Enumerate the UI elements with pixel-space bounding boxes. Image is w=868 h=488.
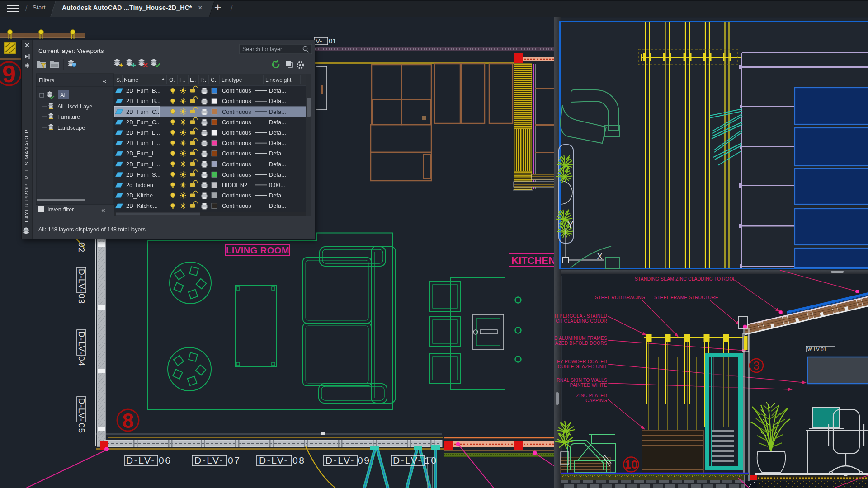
svg-text:Continuous: Continuous (222, 87, 251, 94)
svg-text:All: All (60, 92, 67, 99)
svg-text:2D_Furn_C...: 2D_Furn_C... (126, 119, 161, 126)
svg-text:Continuous: Continuous (222, 171, 251, 178)
svg-text:Defa...: Defa... (269, 150, 286, 157)
svg-text:Defa...: Defa... (269, 129, 286, 136)
svg-text:2D_Furn_B...: 2D_Furn_B... (126, 98, 160, 104)
svg-text:Continuous: Continuous (222, 119, 251, 126)
svg-text:All: 148 layers displayed of 1: All: 148 layers displayed of 148 total l… (38, 226, 146, 233)
svg-text:Lineweight: Lineweight (265, 77, 292, 83)
svg-text:2D_Furn_S...: 2D_Furn_S... (126, 171, 160, 178)
svg-text:«: « (103, 77, 106, 84)
svg-text:Current layer: Viewports: Current layer: Viewports (38, 47, 104, 54)
svg-text:Landscape: Landscape (57, 125, 85, 131)
svg-text:L..: L.. (190, 77, 196, 83)
svg-text:Defa...: Defa... (269, 87, 286, 94)
svg-text:Defa...: Defa... (269, 98, 286, 104)
svg-text:Continuous: Continuous (222, 161, 251, 168)
svg-text:Continuous: Continuous (222, 129, 251, 136)
svg-text:2d_hidden: 2d_hidden (126, 182, 153, 188)
svg-text:Continuous: Continuous (222, 150, 251, 157)
svg-text:Filters: Filters (39, 77, 54, 84)
svg-text:Furniture: Furniture (57, 114, 80, 120)
svg-text:Defa...: Defa... (269, 108, 286, 115)
svg-text:All Used Laye: All Used Laye (57, 103, 92, 110)
svg-text:LAYER PROPERTIES MANAGER: LAYER PROPERTIES MANAGER (24, 129, 29, 222)
svg-text:P..: P.. (200, 77, 206, 83)
svg-text:Continuous: Continuous (222, 140, 251, 146)
svg-text:Continuous: Continuous (222, 202, 251, 209)
svg-text:2D_Furn_L...: 2D_Furn_L... (126, 140, 160, 146)
svg-text:0.00...: 0.00... (269, 182, 285, 188)
svg-text:Defa...: Defa... (269, 161, 286, 168)
svg-text:«: « (101, 206, 105, 214)
svg-text:Defa...: Defa... (269, 140, 286, 146)
svg-text:2D_Kitche...: 2D_Kitche... (126, 202, 158, 209)
svg-text:2D_Furn_B...: 2D_Furn_B... (126, 87, 160, 94)
svg-text:Linetype: Linetype (222, 77, 242, 83)
svg-text:Invert filter: Invert filter (47, 206, 74, 213)
svg-text:Defa...: Defa... (269, 202, 286, 209)
svg-text:Name: Name (124, 77, 138, 83)
svg-text:2D_Furn_L...: 2D_Furn_L... (126, 150, 160, 157)
svg-text:O.: O. (169, 77, 175, 83)
svg-text:2D_Furn_L...: 2D_Furn_L... (126, 129, 160, 136)
svg-text:F..: F.. (179, 77, 185, 83)
svg-text:Continuous: Continuous (222, 98, 251, 104)
svg-text:Defa...: Defa... (269, 192, 286, 199)
svg-text:S..: S.. (116, 77, 123, 83)
svg-text:HIDDEN2: HIDDEN2 (222, 182, 247, 188)
svg-text:Defa...: Defa... (269, 119, 286, 126)
svg-text:Search for layer: Search for layer (242, 46, 282, 52)
svg-text:2D_Kitche...: 2D_Kitche... (126, 192, 158, 199)
svg-text:C..: C.. (211, 77, 217, 83)
svg-text:2D_Furn_L...: 2D_Furn_L... (126, 161, 160, 168)
svg-text:Defa...: Defa... (269, 171, 286, 178)
svg-text:Continuous: Continuous (222, 108, 251, 115)
svg-text:2D_Furn_C...: 2D_Furn_C... (126, 108, 161, 115)
svg-text:Continuous: Continuous (222, 192, 251, 199)
